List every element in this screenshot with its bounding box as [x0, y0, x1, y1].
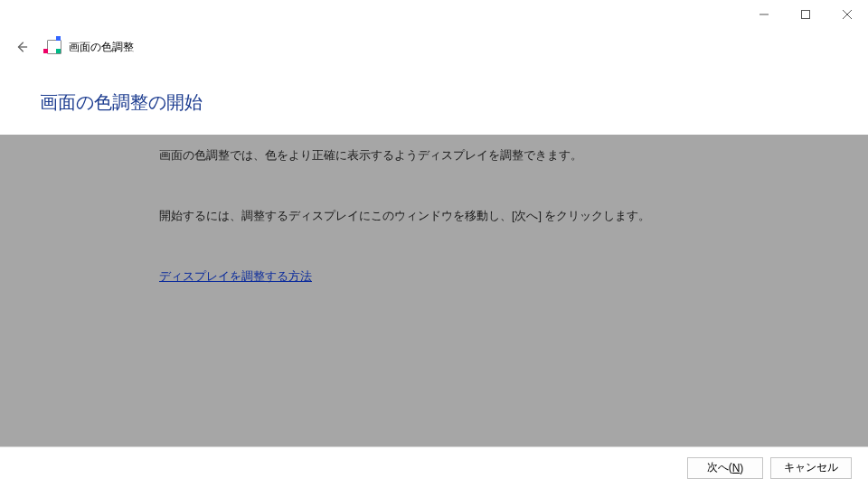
- title-bar: [0, 0, 868, 29]
- page-heading: 画面の色調整の開始: [40, 90, 868, 115]
- minimize-button[interactable]: [743, 0, 785, 29]
- next-button-prefix: 次へ(: [707, 460, 732, 475]
- header-row: 画面の色調整: [0, 29, 868, 65]
- close-button[interactable]: [826, 0, 868, 29]
- svg-rect-1: [802, 11, 810, 19]
- content-area: 画面の色調整では、色をより正確に表示するようディスプレイを調整できます。 開始す…: [0, 135, 868, 451]
- next-button[interactable]: 次へ(N): [687, 457, 763, 479]
- maximize-button[interactable]: [785, 0, 826, 29]
- help-link[interactable]: ディスプレイを調整する方法: [159, 268, 868, 286]
- intro-paragraph-1: 画面の色調整では、色をより正確に表示するようディスプレイを調整できます。: [159, 147, 868, 164]
- next-button-suffix: ): [740, 462, 743, 474]
- back-button[interactable]: [9, 34, 34, 60]
- intro-paragraph-2: 開始するには、調整するディスプレイにこのウィンドウを移動し、[次へ] をクリック…: [159, 208, 868, 225]
- app-icon: [47, 40, 61, 54]
- heading-area: 画面の色調整の開始: [0, 65, 868, 135]
- window-title: 画面の色調整: [69, 40, 134, 55]
- footer-bar: 次へ(N) キャンセル: [0, 446, 868, 488]
- cancel-button[interactable]: キャンセル: [770, 457, 852, 479]
- next-button-mnemonic: N: [732, 462, 741, 474]
